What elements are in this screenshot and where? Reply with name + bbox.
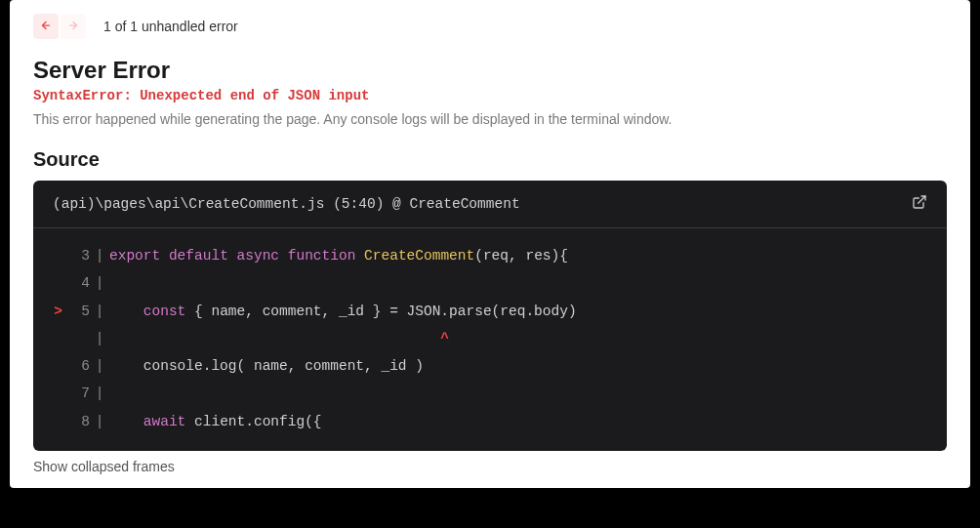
arrow-left-icon [40, 19, 52, 34]
file-location: (api)\pages\api\CreateComment.js (5:40) … [53, 196, 520, 212]
code-content: await client.config({ [109, 408, 322, 435]
line-number [62, 325, 90, 352]
code-box: (api)\pages\api\CreateComment.js (5:40) … [33, 181, 947, 451]
code-body: 3|export default async function CreateCo… [33, 228, 947, 451]
error-dialog: 1 of 1 unhandled error Server Error Synt… [10, 0, 970, 488]
error-title: Server Error [33, 57, 947, 84]
next-error-button[interactable] [61, 14, 86, 39]
code-content: export default async function CreateComm… [109, 242, 568, 269]
error-line-marker [45, 269, 62, 297]
line-number: 7 [62, 380, 90, 407]
error-line-marker [45, 242, 62, 269]
code-line: | ^ [45, 325, 929, 352]
code-content: const { name, comment, _id } = JSON.pars… [109, 298, 577, 325]
error-line-marker [45, 352, 62, 380]
gutter-pipe: | [90, 242, 109, 269]
gutter-pipe: | [90, 325, 109, 352]
nav-row: 1 of 1 unhandled error [33, 14, 947, 39]
svg-line-2 [919, 196, 925, 203]
gutter-pipe: | [90, 380, 109, 407]
code-line: 3|export default async function CreateCo… [45, 242, 929, 269]
gutter-pipe: | [90, 298, 109, 325]
line-number: 4 [62, 269, 90, 297]
code-line: >5| const { name, comment, _id } = JSON.… [45, 298, 929, 325]
code-line: 8| await client.config({ [45, 408, 929, 435]
error-line-marker [45, 380, 62, 407]
show-collapsed-frames[interactable]: Show collapsed frames [33, 459, 947, 474]
code-line: 6| console.log( name, comment, _id ) [45, 352, 929, 380]
gutter-pipe: | [90, 269, 109, 297]
error-line-marker [45, 408, 62, 435]
nav-buttons [33, 14, 86, 39]
prev-error-button[interactable] [33, 14, 59, 39]
code-line: 7| [45, 380, 929, 407]
arrow-right-icon [67, 19, 79, 34]
error-line-marker [45, 325, 62, 352]
line-number: 3 [62, 242, 90, 269]
line-number: 5 [62, 298, 90, 325]
code-header: (api)\pages\api\CreateComment.js (5:40) … [33, 181, 947, 228]
open-external-icon[interactable] [912, 194, 927, 214]
line-number: 8 [62, 408, 90, 435]
error-message: SyntaxError: Unexpected end of JSON inpu… [33, 88, 947, 103]
code-content: ^ [109, 325, 449, 352]
line-number: 6 [62, 352, 90, 380]
code-line: 4| [45, 269, 929, 297]
code-content: console.log( name, comment, _id ) [109, 352, 424, 380]
error-line-marker: > [45, 298, 62, 325]
error-counter: 1 of 1 unhandled error [103, 19, 238, 34]
error-description: This error happened while generating the… [33, 111, 947, 127]
gutter-pipe: | [90, 352, 109, 380]
gutter-pipe: | [90, 408, 109, 435]
source-heading: Source [33, 148, 947, 171]
